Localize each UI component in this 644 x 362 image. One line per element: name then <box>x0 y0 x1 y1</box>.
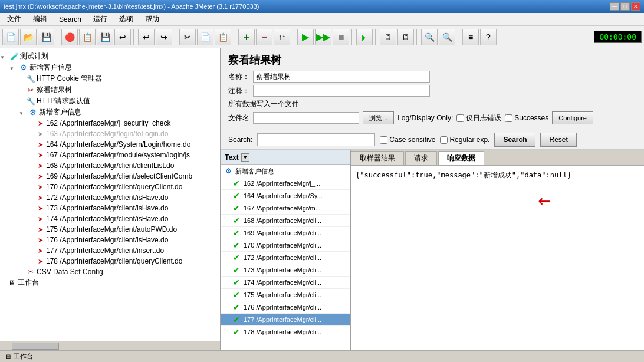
tree-node-r164[interactable]: ➤164 /ApprInterfaceMgr/System/Login/home… <box>0 139 220 150</box>
run-all-button[interactable]: ▶▶ <box>315 29 331 45</box>
node-icon: ➤ <box>35 214 45 223</box>
result-row-res-162[interactable]: ✔162 /ApprInterfaceMgr/j_... <box>221 177 350 190</box>
tree-node-r175[interactable]: ➤175 /ApprInterfaceMgr/client/autoPWD.do <box>0 224 220 235</box>
menu-edit[interactable]: 编辑 <box>28 13 52 25</box>
regular-exp-checkbox[interactable] <box>440 136 448 144</box>
cut-button[interactable]: ✂ <box>179 29 196 45</box>
minimize-button[interactable]: — <box>610 2 619 11</box>
remote-all-button[interactable]: 🖥 <box>397 29 414 45</box>
pause-button[interactable]: ⏵ <box>356 29 373 45</box>
comment-input[interactable] <box>253 85 430 97</box>
col-dropdown-button[interactable]: ▼ <box>241 153 249 162</box>
browse-button[interactable]: 浏览... <box>363 111 394 124</box>
new-button[interactable]: 📄 <box>2 29 19 45</box>
result-row-res-176[interactable]: ✔176 /ApprInterfaceMgr/cli... <box>221 301 350 314</box>
copy-button[interactable]: 📄 <box>197 29 213 45</box>
tab-request[interactable]: 请求 <box>405 151 437 165</box>
add-button[interactable]: + <box>238 29 255 45</box>
result-row-res-172[interactable]: ✔172 /ApprInterfaceMgr/cli... <box>221 252 350 264</box>
regular-exp-item[interactable]: Regular exp. <box>440 136 489 144</box>
tab-sampler-result[interactable]: 取样器结果 <box>351 151 404 165</box>
result-row-res-167[interactable]: ✔167 /ApprInterfaceMgr/m... <box>221 202 350 215</box>
search-button[interactable]: Search <box>494 133 535 147</box>
help-button[interactable]: ? <box>480 29 497 45</box>
tree-node-root[interactable]: 🧪测试计划 <box>0 51 220 62</box>
results-list-body[interactable]: ⚙新增客户信息✔162 /ApprInterfaceMgr/j_...✔164 … <box>221 165 350 350</box>
result-row-res-178[interactable]: ✔178 /ApprInterfaceMgr/cli... <box>221 326 350 338</box>
tree-node-r163[interactable]: ➤163 /ApprInterfaceMgr/login/toLogin.do <box>0 129 220 139</box>
tree-node-view-tree[interactable]: ✂察看结果树 <box>0 84 220 96</box>
result-row-grp-customer[interactable]: ⚙新增客户信息 <box>221 165 350 177</box>
redo-button[interactable]: ↪ <box>156 29 172 45</box>
menu-options[interactable]: 选项 <box>114 13 138 25</box>
result-row-res-177[interactable]: ✔177 /ApprInterfaceMgr/cli... <box>221 314 350 326</box>
clear-all-button[interactable]: 🔍 <box>439 29 455 45</box>
functions-button[interactable]: ≡ <box>462 29 479 45</box>
result-row-res-174[interactable]: ✔174 /ApprInterfaceMgr/cli... <box>221 277 350 289</box>
tree-node-cookie[interactable]: 🔧HTTP Cookie 管理器 <box>0 73 220 84</box>
result-row-res-168[interactable]: ✔168 /ApprInterfaceMgr/cli... <box>221 215 350 227</box>
tree-node-new-customer[interactable]: ⚙新增客户信息 <box>0 62 220 73</box>
results-col-label: Text <box>225 153 239 162</box>
stop-button[interactable]: ⏹ <box>333 29 349 45</box>
tree-node-r174[interactable]: ➤174 /ApprInterfaceMgr/client/isHave.do <box>0 213 220 224</box>
clear-button[interactable]: 🔍 <box>421 29 438 45</box>
open-button[interactable]: 📂 <box>20 29 37 45</box>
tree-node-r170[interactable]: ➤170 /ApprInterfaceMgr/client/queryClien… <box>0 182 220 192</box>
search-input[interactable] <box>257 133 375 146</box>
menu-file[interactable]: 文件 <box>2 13 26 25</box>
tree-node-r168[interactable]: ➤168 /ApprInterfaceMgr/client/clientList… <box>0 160 220 171</box>
errors-checkbox-item[interactable]: 仅日志错误 <box>456 113 501 123</box>
result-row-res-169[interactable]: ✔169 /ApprInterfaceMgr/cli... <box>221 227 350 239</box>
template-button[interactable]: 📋 <box>79 29 96 45</box>
tree-node-r173[interactable]: ➤173 /ApprInterfaceMgr/client/isHave.do <box>0 203 220 213</box>
name-input[interactable] <box>253 71 430 83</box>
save-as-button[interactable]: 💾 <box>97 29 113 45</box>
menu-search[interactable]: Search <box>54 14 86 25</box>
menu-run[interactable]: 运行 <box>88 13 112 25</box>
close-button[interactable]: ✕ <box>631 2 640 11</box>
tree-node-new-customer2[interactable]: ⚙新增客户信息 <box>0 107 220 118</box>
expand-icon[interactable] <box>19 108 28 117</box>
save-button[interactable]: 💾 <box>38 29 54 45</box>
move-up-button[interactable]: ↑↑ <box>274 29 290 45</box>
tree-node-r177[interactable]: ➤177 /ApprInterfaceMgr/client/insert.do <box>0 245 220 256</box>
tree-node-csv[interactable]: ✂CSV Data Set Config <box>0 266 220 277</box>
errors-checkbox[interactable] <box>456 114 464 122</box>
tab-response-data[interactable]: 响应数据 <box>438 151 484 165</box>
tree-node-r169[interactable]: ➤169 /ApprInterfaceMgr/client/selectClie… <box>0 171 220 182</box>
tree-scrollbar[interactable] <box>0 341 220 350</box>
tree-node-r178[interactable]: ➤178 /ApprInterfaceMgr/client/queryClien… <box>0 256 220 266</box>
result-row-res-173[interactable]: ✔173 /ApprInterfaceMgr/cli... <box>221 264 350 277</box>
successes-checkbox-item[interactable]: Successes <box>505 114 548 122</box>
revert-button[interactable]: ↩ <box>114 29 131 45</box>
remote-run-button[interactable]: 🖥 <box>380 29 396 45</box>
tree-node-r176[interactable]: ➤176 /ApprInterfaceMgr/client/isHave.do <box>0 235 220 245</box>
run-button[interactable]: ▶ <box>297 29 314 45</box>
menubar: 文件 编辑 Search 运行 选项 帮助 <box>0 13 644 26</box>
menu-help[interactable]: 帮助 <box>140 13 164 25</box>
reset-button[interactable]: Reset <box>540 133 576 147</box>
result-row-res-175[interactable]: ✔175 /ApprInterfaceMgr/cli... <box>221 289 350 301</box>
tree-node-r167[interactable]: ➤167 /ApprInterfaceMgr/module/system/log… <box>0 150 220 160</box>
result-row-res-170[interactable]: ✔170 /ApprInterfaceMgr/cli... <box>221 239 350 252</box>
case-sensitive-checkbox[interactable] <box>380 136 387 144</box>
tree-node-r172[interactable]: ➤172 /ApprInterfaceMgr/client/isHave.do <box>0 192 220 203</box>
configure-button[interactable]: Configure <box>552 111 593 124</box>
filename-input[interactable] <box>253 112 359 124</box>
paste-button[interactable]: 📋 <box>215 29 231 45</box>
node-label: 175 /ApprInterfaceMgr/client/autoPWD.do <box>46 225 177 233</box>
tree-node-http-default[interactable]: 🔧HTTP请求默认值 <box>0 96 220 107</box>
maximize-button[interactable]: □ <box>620 2 630 11</box>
expand-icon[interactable] <box>9 64 19 72</box>
successes-checkbox[interactable] <box>505 114 512 122</box>
case-sensitive-item[interactable]: Case sensitive <box>380 136 435 144</box>
test-tree[interactable]: 🧪测试计划⚙新增客户信息🔧HTTP Cookie 管理器✂察看结果树🔧HTTP请… <box>0 48 220 341</box>
remove-button[interactable]: − <box>256 29 272 45</box>
undo-button[interactable]: ↩ <box>138 29 155 45</box>
cut-icon[interactable]: 🔴 <box>61 29 78 45</box>
expand-icon[interactable] <box>0 52 9 61</box>
result-row-res-164[interactable]: ✔164 /ApprInterfaceMgr/Sy... <box>221 190 350 202</box>
tree-node-r162[interactable]: ➤162 /ApprInterfaceMgr/j_security_check <box>0 118 220 129</box>
tree-node-workbench[interactable]: 🖥工作台 <box>0 277 220 288</box>
